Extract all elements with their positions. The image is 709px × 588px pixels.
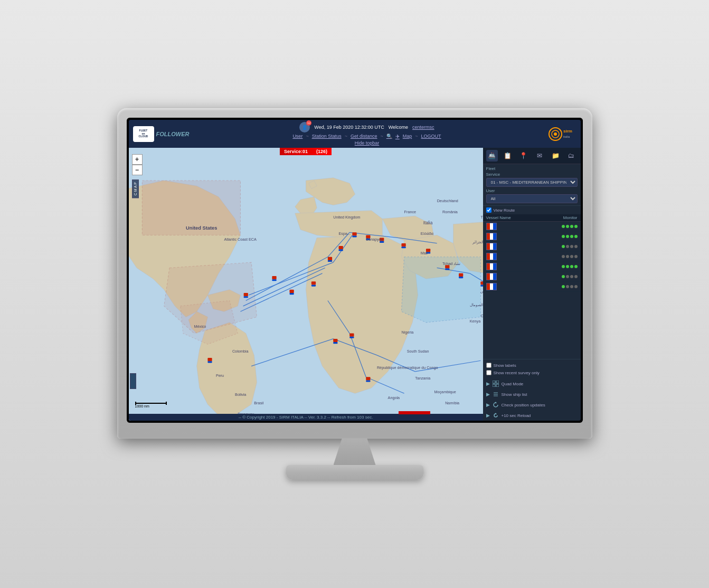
svg-rect-36 xyxy=(352,235,356,237)
dot-1 xyxy=(562,225,565,228)
vessel-flag xyxy=(486,273,497,280)
flight-icon[interactable]: ✈ xyxy=(395,134,400,139)
vessel-dots xyxy=(562,235,578,238)
quad-mode-row[interactable]: ▶ Quad Mode xyxy=(483,378,581,389)
svg-text:Tchad تشاد: Tchad تشاد xyxy=(442,261,460,266)
svg-rect-27 xyxy=(289,290,294,293)
vessel-flag xyxy=(486,253,497,260)
user-select[interactable]: All xyxy=(486,194,578,203)
dot-4 xyxy=(574,285,578,288)
zoom-in-button[interactable]: + xyxy=(132,154,143,165)
svg-text:Atlantic Coast ECA: Atlantic Coast ECA xyxy=(224,237,257,242)
topbar-logo: FLEETonCLOUD FOLLOWER xyxy=(133,126,190,142)
vessel-dots xyxy=(562,265,578,268)
vessel-row[interactable] xyxy=(483,262,581,272)
panel-icon-layers[interactable]: 🗂 xyxy=(565,150,577,162)
show-labels-text: Show labels xyxy=(494,363,516,368)
get-distance-link[interactable]: Get distance xyxy=(351,134,377,139)
svg-rect-48 xyxy=(459,277,463,278)
dot-4 xyxy=(574,255,578,258)
service-count: (126) xyxy=(316,149,327,154)
show-recent-survey-checkbox[interactable] xyxy=(486,370,491,375)
dot-4 xyxy=(574,275,578,278)
cmap-panel[interactable]: C M A P xyxy=(132,179,139,198)
dot-3 xyxy=(570,245,573,248)
map-area[interactable]: Service:01 (126) xyxy=(129,148,483,421)
svg-text:Ελλάδα: Ελλάδα xyxy=(420,231,433,236)
vessel-flag xyxy=(486,283,497,290)
hide-topbar-button[interactable]: Hide topbar xyxy=(355,140,380,146)
map-svg: United States ECA North Europe Atlantic … xyxy=(129,148,483,421)
search-link[interactable]: 🔍 xyxy=(386,134,392,139)
vessel-row[interactable] xyxy=(483,242,581,252)
svg-text:Tanzania: Tanzania xyxy=(415,376,431,381)
svg-rect-97 xyxy=(496,381,499,383)
svg-text:Brasil: Brasil xyxy=(254,401,263,405)
monitor-neck xyxy=(334,439,376,465)
monitor-header: Monitor xyxy=(549,215,578,220)
topbar-nav: User ~ Station Status ~ Get distance ~ 🔍… xyxy=(292,134,441,139)
svg-text:Nigeria: Nigeria xyxy=(401,330,414,335)
fleet-on-cloud-logo: FLEETonCLOUD xyxy=(133,126,154,142)
svg-text:United States: United States xyxy=(186,225,217,231)
svg-rect-96 xyxy=(493,381,495,383)
dot-3 xyxy=(570,235,573,238)
dot-2 xyxy=(566,245,569,248)
list-icon xyxy=(492,391,499,398)
svg-text:Colombia: Colombia xyxy=(232,349,248,354)
panel-icon-folder[interactable]: 📁 xyxy=(550,150,561,162)
panel-icon-ship[interactable]: 🚢 xyxy=(486,150,498,162)
svg-rect-32 xyxy=(327,260,332,262)
zoom-out-button[interactable]: − xyxy=(132,165,143,175)
monitor-bezel: FLEETonCLOUD FOLLOWER 👤 12 Wed, 19 Feb 2… xyxy=(117,108,592,439)
follower-text: FOLLOWER xyxy=(156,131,190,137)
check-position-updates-row[interactable]: ▶ Check position updates xyxy=(483,400,581,410)
right-arrow-icon-4: ▶ xyxy=(486,413,490,418)
right-arrow-icon-3: ▶ xyxy=(486,402,490,407)
vessel-table: Vessel Name Monitor xyxy=(483,214,581,359)
svg-rect-52 xyxy=(349,337,354,338)
right-arrow-icon-2: ▶ xyxy=(486,392,490,397)
vessel-row[interactable] xyxy=(483,232,581,242)
panel-icon-mail[interactable]: ✉ xyxy=(534,150,545,162)
monitor: FLEETonCLOUD FOLLOWER 👤 12 Wed, 19 Feb 2… xyxy=(117,108,592,480)
dot-4 xyxy=(574,235,578,238)
svg-rect-26 xyxy=(272,279,276,281)
dot-2 xyxy=(566,255,569,258)
service-select[interactable]: 01 - MSC - MEDITERRANEAN SHIPPING C xyxy=(486,178,578,187)
vessel-flag xyxy=(486,263,497,270)
fleet-label: Fleet xyxy=(486,166,578,171)
vessel-row[interactable] xyxy=(483,252,581,262)
vessel-row[interactable] xyxy=(483,282,581,292)
view-route-checkbox[interactable] xyxy=(486,207,491,213)
show-labels-checkbox[interactable] xyxy=(486,363,491,368)
view-route-row: View Route xyxy=(483,206,581,214)
map-scroll-indicator[interactable] xyxy=(130,373,136,389)
reload-icon xyxy=(492,412,499,419)
show-ship-list-row[interactable]: ▶ Show ship list xyxy=(483,389,581,400)
vessel-row[interactable] xyxy=(483,222,581,232)
topbar-info: 👤 12 Wed, 19 Feb 2020 12:32:00 UTC Welco… xyxy=(299,122,434,132)
vessel-name-header: Vessel Name xyxy=(486,215,549,220)
panel-icon-location[interactable]: 📍 xyxy=(518,150,530,162)
svg-rect-54 xyxy=(366,380,370,382)
dot-1 xyxy=(562,285,565,288)
reload-row[interactable]: ▶ +10 sec Reload xyxy=(483,410,581,421)
map-link[interactable]: Map xyxy=(403,134,412,139)
username-link[interactable]: centermsc xyxy=(412,125,434,130)
panel-icon-docs[interactable]: 📋 xyxy=(502,150,514,162)
station-status-link[interactable]: Station Status xyxy=(312,134,342,139)
quad-mode-label: Quad Mode xyxy=(502,382,524,386)
datetime: Wed, 19 Feb 2020 12:32:00 UTC xyxy=(314,125,384,130)
svg-rect-42 xyxy=(401,246,405,248)
show-labels-row: Show labels xyxy=(486,362,578,369)
vessel-flag xyxy=(486,233,497,240)
dot-1 xyxy=(562,275,565,278)
vessel-row[interactable] xyxy=(483,272,581,282)
svg-text:France: France xyxy=(404,210,415,214)
user-label: User xyxy=(486,188,578,193)
logout-link[interactable]: LOGOUT xyxy=(421,134,441,139)
user-nav-link[interactable]: User xyxy=(292,134,302,139)
service-label: Service:01 xyxy=(284,149,308,154)
dot-3 xyxy=(570,275,573,278)
